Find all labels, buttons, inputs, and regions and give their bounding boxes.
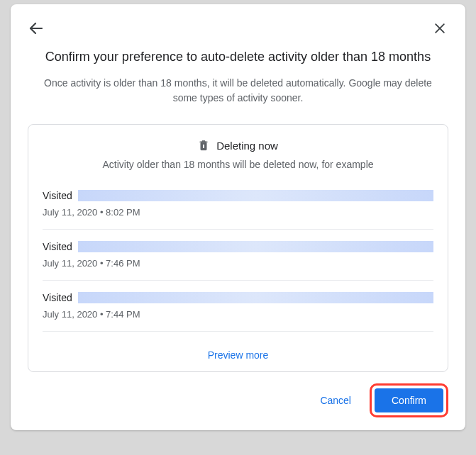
redacted-content (78, 292, 433, 303)
dialog-actions: Cancel Confirm (28, 383, 448, 417)
activity-line: Visited (43, 241, 433, 252)
card-subtitle: Activity older than 18 months will be de… (43, 159, 433, 170)
svg-rect-5 (200, 142, 208, 142)
activity-action: Visited (43, 241, 72, 252)
activity-timestamp: July 11, 2020 • 7:46 PM (43, 258, 433, 269)
redacted-content (78, 190, 433, 201)
arrow-back-icon (28, 20, 45, 37)
deleting-card: Deleting now Activity older than 18 mont… (28, 124, 448, 372)
dialog-title: Confirm your preference to auto-delete a… (28, 50, 448, 64)
deleting-now-label: Deleting now (216, 140, 278, 152)
svg-rect-6 (202, 140, 205, 141)
preview-more-row: Preview more (43, 343, 433, 364)
svg-rect-4 (203, 145, 204, 148)
activity-item: Visited July 11, 2020 • 7:44 PM (43, 292, 433, 332)
activity-timestamp: July 11, 2020 • 8:02 PM (43, 207, 433, 218)
cancel-button[interactable]: Cancel (307, 389, 364, 412)
activity-line: Visited (43, 190, 433, 201)
close-icon (433, 21, 447, 35)
trash-icon (198, 139, 209, 152)
redacted-content (78, 241, 433, 252)
preview-more-link[interactable]: Preview more (208, 349, 269, 361)
deleting-now-heading: Deleting now (198, 139, 278, 152)
confirm-highlight: Confirm (370, 383, 448, 417)
confirm-auto-delete-dialog: Confirm your preference to auto-delete a… (11, 4, 465, 430)
activity-timestamp: July 11, 2020 • 7:44 PM (43, 309, 433, 320)
activity-item: Visited July 11, 2020 • 8:02 PM (43, 190, 433, 230)
activity-item: Visited July 11, 2020 • 7:46 PM (43, 241, 433, 281)
back-button[interactable] (28, 20, 45, 37)
confirm-button[interactable]: Confirm (375, 388, 443, 412)
activity-action: Visited (43, 292, 72, 303)
dialog-header (28, 20, 448, 37)
close-button[interactable] (431, 20, 448, 37)
activity-action: Visited (43, 190, 72, 201)
dialog-subtitle: Once activity is older than 18 months, i… (28, 76, 448, 106)
card-header: Deleting now Activity older than 18 mont… (43, 139, 433, 170)
activity-line: Visited (43, 292, 433, 303)
